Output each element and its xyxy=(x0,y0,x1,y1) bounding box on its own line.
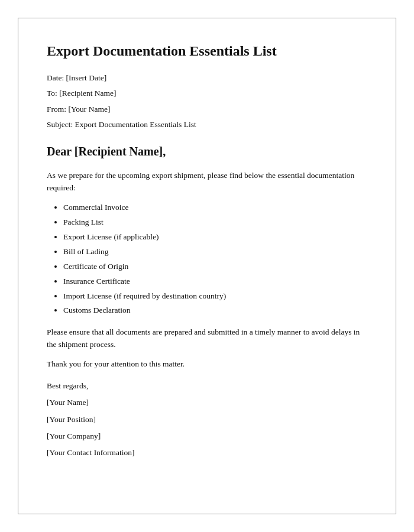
closing-paragraph-1: Please ensure that all documents are pre… xyxy=(47,326,367,351)
page-container: Export Documentation Essentials List Dat… xyxy=(0,0,414,532)
from-line: From: [Your Name] xyxy=(47,103,367,115)
list-item: Customs Declaration xyxy=(63,304,367,317)
intro-paragraph: As we prepare for the upcoming export sh… xyxy=(47,170,367,194)
signature-block: Best regards, [Your Name] [Your Position… xyxy=(47,380,367,459)
document: Export Documentation Essentials List Dat… xyxy=(18,18,396,514)
signer-company: [Your Company] xyxy=(47,430,367,442)
list-item: Import License (if required by destinati… xyxy=(63,290,367,303)
list-item: Packing List xyxy=(63,216,367,229)
signer-position: [Your Position] xyxy=(47,414,367,426)
signer-contact: [Your Contact Information] xyxy=(47,447,367,459)
list-item: Export License (if applicable) xyxy=(63,231,367,244)
closing-paragraph-2: Thank you for your attention to this mat… xyxy=(47,358,367,371)
subject-line: Subject: Export Documentation Essentials… xyxy=(47,119,367,131)
list-item: Commercial Invoice xyxy=(63,202,367,214)
document-title: Export Documentation Essentials List xyxy=(47,42,367,60)
best-regards: Best regards, xyxy=(47,380,367,392)
signer-name: [Your Name] xyxy=(47,397,367,408)
date-line: Date: [Insert Date] xyxy=(47,72,367,84)
list-item: Insurance Certificate xyxy=(63,275,367,288)
to-line: To: [Recipient Name] xyxy=(47,87,367,99)
list-item: Certificate of Origin xyxy=(63,261,367,273)
documentation-list: Commercial Invoice Packing List Export L… xyxy=(63,202,367,317)
list-item: Bill of Lading xyxy=(63,246,367,258)
greeting: Dear [Recipient Name], xyxy=(47,142,367,160)
